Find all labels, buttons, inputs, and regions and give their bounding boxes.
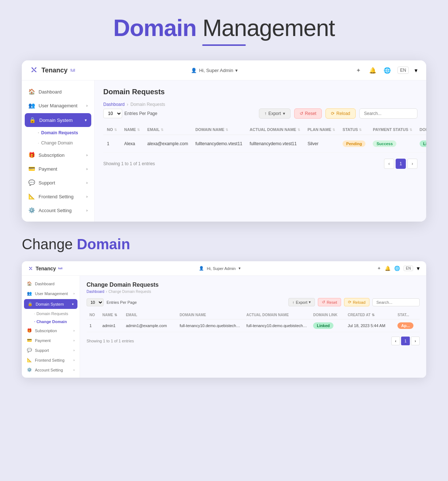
prev-page1[interactable]: ‹ — [384, 159, 394, 169]
showing-text2: Showing 1 to 1 of 1 entries — [87, 339, 134, 343]
export-icon2: ↑ — [292, 300, 295, 305]
sidebar2-frontend[interactable]: 📐 Frontend Setting › — [22, 355, 80, 365]
chevron-right-icon2: › — [86, 153, 88, 157]
showing-text1: Showing 1 to 1 of 1 entries — [103, 161, 155, 166]
col-actual-domain: ACTUAL DOMAIN NAME⇅ — [246, 124, 304, 135]
topbar-user2[interactable]: 👤 Hi, Super Admin ▾ — [199, 266, 241, 271]
account-icon2: ⚙️ — [27, 367, 32, 372]
page-1[interactable]: 1 — [396, 159, 406, 169]
sidebar-sub-change-domain[interactable]: Change Domain — [35, 138, 94, 148]
sidebar2-change-domain[interactable]: · Change Domain — [32, 318, 80, 326]
sidebar-item-domain-system[interactable]: 🔒 Domain System ▾ — [25, 113, 91, 127]
col-status: STATUS⇅ — [339, 124, 369, 135]
settings-icon1[interactable]: ✦ — [354, 66, 363, 75]
chevron-right-icon3: › — [86, 167, 88, 171]
col-no: NO⇅ — [103, 124, 121, 135]
status-badge: Pending — [343, 140, 365, 147]
col2-email: EMAIL — [123, 311, 177, 319]
table-row2: 1 admin1 admin1@example.com full-tenancy… — [87, 319, 420, 332]
globe-icon1[interactable]: 🌐 — [383, 66, 392, 75]
topbar-right2: ✦ 🔔 🌐 EN ▾ — [377, 265, 420, 272]
topbar-user1[interactable]: 👤 Hi, Super Admin ▾ — [191, 68, 238, 73]
col-domain-link: DOMAIN LINK⇅ — [416, 124, 426, 135]
sidebar-item-account[interactable]: ⚙️ Account Setting › — [22, 203, 94, 217]
topbar1: ⛌ Tenancyfull 👤 Hi, Super Admin ▾ ✦ 🔔 🌐 … — [22, 60, 426, 80]
sidebar-item-subscription[interactable]: 🎁 Subscription › — [22, 148, 94, 162]
page-12[interactable]: 1 — [401, 337, 410, 345]
sidebar2-support[interactable]: 💬 Support › — [22, 345, 80, 355]
sidebar2-subscription[interactable]: 🎁 Subscription › — [22, 326, 80, 335]
lang-badge2[interactable]: EN — [404, 266, 413, 271]
sidebar-item-payment[interactable]: 💳 Payment › — [22, 162, 94, 176]
data-table1: NO⇅ NAME⇅ EMAIL⇅ DOMAIN NAME⇅ ACTUAL DOM… — [103, 124, 426, 153]
sidebar-item-support[interactable]: 💬 Support › — [22, 176, 94, 190]
settings-icon2[interactable]: ✦ — [377, 266, 381, 271]
page-title1: Domain Requests — [103, 88, 417, 96]
table-header-row1: NO⇅ NAME⇅ EMAIL⇅ DOMAIN NAME⇅ ACTUAL DOM… — [103, 124, 426, 135]
chevron-right-icon6: › — [86, 208, 88, 212]
search-input2[interactable] — [372, 298, 420, 306]
sidebar2-user-mgmt[interactable]: 👥 User Management › — [22, 289, 80, 298]
reload-button2[interactable]: ⟳ Reload — [344, 298, 369, 306]
next-page2[interactable]: › — [411, 337, 420, 345]
section-title: Change Domain — [22, 236, 426, 253]
page-buttons2: ‹ 1 › — [391, 337, 420, 345]
prev-page2[interactable]: ‹ — [391, 337, 400, 345]
sidebar2-account[interactable]: ⚙️ Account Setting › — [22, 365, 80, 375]
gift-icon: 🎁 — [28, 152, 35, 158]
next-page1[interactable]: › — [407, 159, 417, 169]
topbar2: ⛌ Tenancyfull 👤 Hi, Super Admin ▾ ✦ 🔔 🌐 … — [22, 261, 426, 276]
search-input1[interactable] — [359, 108, 417, 119]
export-button2[interactable]: ↑ Export ▾ — [288, 298, 315, 306]
reload-button1[interactable]: ⟳ Reload — [325, 108, 356, 119]
col2-domain: DOMAIN NAME — [177, 311, 244, 319]
col2-created: CREATED AT ⇅ — [345, 311, 395, 319]
export-button1[interactable]: ↑ Export ▾ — [259, 108, 291, 119]
app-body2: 🏠 Dashboard 👥 User Management › 🔒 Domain… — [22, 276, 426, 378]
main1: Domain Requests Dashboard › Domain Reque… — [95, 80, 426, 222]
entries-dropdown1[interactable]: 10 25 50 — [103, 109, 122, 118]
sidebar-item-frontend[interactable]: 📐 Frontend Setting › — [22, 190, 94, 203]
table-row: 1 Alexa alexa@example.com fulltenancydem… — [103, 135, 426, 153]
sidebar2-domain-requests[interactable]: · Domain Requests — [32, 310, 80, 318]
reset-icon1: ↺ — [300, 111, 303, 116]
topbar-right1: ✦ 🔔 🌐 EN ▾ — [354, 66, 417, 75]
app-body1: 🏠 Dashboard 👥 User Management › 🔒 Domain… — [22, 80, 426, 222]
users-icon2: 👥 — [27, 291, 32, 296]
entries-dropdown2[interactable]: 1025 — [87, 298, 104, 306]
col-email: EMAIL⇅ — [144, 124, 192, 135]
chevron-down-icon: ▾ — [85, 118, 87, 123]
sidebar-sub-domain-requests[interactable]: Domain Requests — [35, 128, 94, 138]
col2-actual: ACTUAL DOMAIN NAME — [244, 311, 311, 319]
reset-icon2: ↺ — [322, 300, 325, 305]
window2: ⛌ Tenancyfull 👤 Hi, Super Admin ▾ ✦ 🔔 🌐 … — [22, 261, 426, 378]
home-icon2: 🏠 — [27, 281, 32, 286]
bell-icon1[interactable]: 🔔 — [368, 66, 377, 75]
frontend-icon: 📐 — [28, 193, 35, 200]
sidebar2-payment[interactable]: 💳 Payment › — [22, 335, 80, 345]
page-buttons1: ‹ 1 › — [384, 159, 417, 169]
col-plan: PLAN NAME⇅ — [304, 124, 339, 135]
frontend-icon2: 📐 — [27, 358, 32, 362]
reset-button2[interactable]: ↺ Reset — [318, 298, 341, 306]
domain-sub-menu: Domain Requests Change Domain — [22, 128, 94, 148]
bell-icon2[interactable]: 🔔 — [385, 266, 391, 271]
lang-badge1[interactable]: EN — [397, 67, 409, 74]
col2-name: NAME ⇅ — [100, 311, 123, 319]
payment-badge: Success — [373, 140, 396, 147]
sidebar2-dashboard[interactable]: 🏠 Dashboard — [22, 279, 80, 289]
sidebar2-domain-system[interactable]: 🔒 Domain System ▾ — [24, 299, 77, 309]
globe-icon2[interactable]: 🌐 — [394, 266, 400, 271]
payment-icon: 💳 — [28, 166, 35, 172]
sidebar-item-dashboard[interactable]: 🏠 Dashboard — [22, 85, 94, 99]
reset-button1[interactable]: ↺ Reset — [294, 108, 322, 119]
chevron-right-icon4: › — [86, 180, 88, 185]
reload-icon1: ⟳ — [331, 111, 335, 116]
col-domain-name: DOMAIN NAME⇅ — [192, 124, 246, 135]
account-icon: ⚙️ — [28, 207, 35, 214]
link-badge2: Linked — [313, 322, 333, 329]
users-icon: 👥 — [28, 102, 35, 109]
arrow3: ▾ — [72, 302, 74, 306]
sidebar-item-user-mgmt[interactable]: 👥 User Management › — [22, 99, 94, 112]
title-underline — [202, 44, 246, 46]
